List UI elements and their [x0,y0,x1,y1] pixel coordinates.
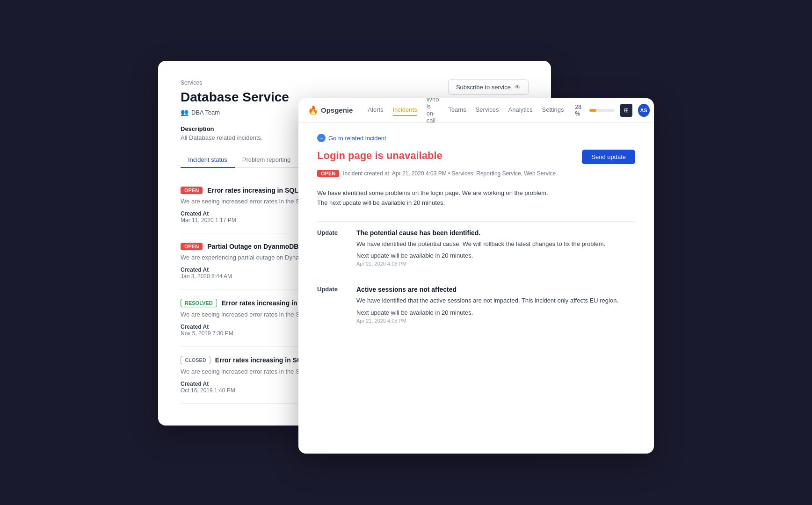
update-desc: We have identified the potential cause. … [356,239,635,249]
update-label: Update [317,229,345,267]
tab-incident-status[interactable]: Incident status [181,152,235,168]
status-badge: OPEN [181,187,203,194]
update-content: Active sessions are not affected We have… [356,286,635,324]
notifications-icon[interactable]: ⊞ [620,104,632,117]
incident-detail-content: → Go to related incident Login page is u… [298,123,654,454]
status-badge: OPEN [181,243,203,250]
incident-meta: OPEN Incident created at: Apr 21, 2020 4… [317,170,635,177]
nav-item-incidents[interactable]: Incidents [393,104,417,116]
update-title: Active sessions are not affected [356,286,635,293]
go-to-incident-link[interactable]: → Go to related incident [317,134,635,142]
progress-text: 28 % [575,104,587,117]
status-badge: RESOLVED [181,299,217,307]
divider [317,221,635,222]
update-label: Update [317,286,345,324]
nav-item-services[interactable]: Services [476,104,499,116]
go-icon: → [317,134,326,142]
progress-area: 28 % [575,104,615,117]
incident-main-title: Login page is unavailable [317,150,442,162]
update-next: Next update will be available in 20 minu… [356,252,635,259]
incident-status-badge: OPEN [317,170,339,177]
logo-icon: 🔥 [308,105,318,115]
divider [317,278,635,278]
update-timestamp: Apr 21, 2020 4:05 PM [356,318,635,324]
incident-meta-text: Incident created at: Apr 21, 2020 4:03 P… [343,170,556,177]
navbar: 🔥 Opsgenie Alerts Incidents Who is on-ca… [298,98,654,123]
subscribe-button[interactable]: Subscribe to service 👁 [448,79,529,95]
tab-problem-reporting[interactable]: Problem reporting [235,152,298,168]
go-to-label: Go to related incident [328,135,386,142]
update-item: Update The potential cause has been iden… [317,229,635,267]
nav-item-analytics[interactable]: Analytics [508,104,533,116]
update-timestamp: Apr 21, 2020 4:06 PM [356,261,635,267]
logo-area: 🔥 Opsgenie [308,105,353,115]
update-desc: We have identified that the active sessi… [356,296,635,305]
navbar-right: 28 % ⊞ AS [575,104,650,117]
update-next: Next update will be available in 20 minu… [356,309,635,316]
team-icon: 👥 [181,108,188,116]
incident-detail-panel: 🔥 Opsgenie Alerts Incidents Who is on-ca… [298,98,654,454]
incident-body: We have identified some problems on the … [317,188,635,208]
update-content: The potential cause has been identified.… [356,229,635,267]
progress-fill [589,109,596,112]
nav-item-teams[interactable]: Teams [448,104,466,116]
nav-item-alerts[interactable]: Alerts [368,104,383,116]
nav-item-settings[interactable]: Settings [542,104,564,116]
eye-icon: 👁 [515,84,521,91]
incident-title-row: Login page is unavailable Send update [317,150,635,164]
subscribe-label: Subscribe to service [456,84,511,91]
status-badge: CLOSED [181,356,210,364]
progress-bar [589,109,615,112]
team-name: DBA Team [191,109,220,116]
avatar[interactable]: AS [638,104,650,117]
logo-text: Opsgenie [321,106,353,114]
update-item: Update Active sessions are not affected … [317,286,635,324]
send-update-button[interactable]: Send update [582,150,635,164]
update-title: The potential cause has been identified. [356,229,635,237]
